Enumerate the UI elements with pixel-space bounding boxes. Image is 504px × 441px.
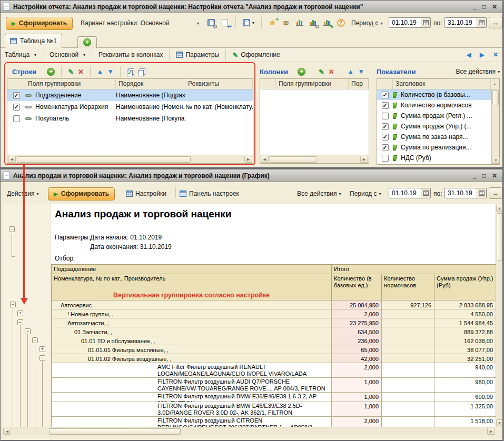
period-expand-button[interactable]: ↔	[489, 187, 502, 199]
minimize-button[interactable]: _	[473, 173, 477, 179]
report-detail-row[interactable]: FILTRON Фильтр воздушный BMW E36/E46/E39…	[52, 393, 496, 402]
minimize-button[interactable]: _	[473, 4, 477, 10]
scroll-thumb[interactable]	[497, 213, 502, 260]
menu-design[interactable]: ✎Оформление	[228, 51, 284, 59]
indicator-checkbox[interactable]: ✓	[382, 102, 389, 109]
report-generate-button[interactable]: ▶Сформировать	[48, 187, 115, 201]
qty-header-cell[interactable]: Количество (в базовых ед.)	[332, 274, 382, 300]
report-group-row[interactable]: Автозапчасти, , 23 275,950 1 544 984,45	[52, 318, 496, 327]
group-expander[interactable]: +	[39, 346, 45, 352]
scroll-left-icon[interactable]: ◀	[261, 156, 269, 163]
column-header-order[interactable]: Пор	[349, 79, 369, 89]
indicators-vscrollbar[interactable]: ▼	[491, 89, 499, 164]
scroll-right-icon[interactable]: ▶	[360, 156, 368, 163]
chart-design-icon[interactable]: ✎	[322, 18, 332, 28]
indicators-all-actions[interactable]: Все действия ▾	[456, 68, 500, 75]
indicator-row[interactable]: НДС (Руб)	[377, 153, 499, 163]
period-to-field[interactable]: 31.10.19	[444, 17, 487, 28]
menu-parameters[interactable]: Параметры	[172, 51, 223, 58]
indicator-row[interactable]: ✓ Количество (в базовы...	[377, 89, 499, 100]
calendar-button[interactable]	[477, 18, 486, 27]
period-to-field[interactable]: 31.10.19	[444, 188, 487, 198]
period-from-field[interactable]: 01.10.19	[389, 17, 431, 28]
scroll-thumb[interactable]	[49, 428, 181, 435]
close-button[interactable]: ✕	[492, 4, 497, 10]
sum-header-cell[interactable]: Сумма продаж (Упр.) (Руб)	[434, 274, 496, 300]
report-detail-row[interactable]: AMC Filter Фильтр воздушный RENAULT LOGA…	[52, 363, 496, 378]
tab-table-1[interactable]: Таблица №1	[5, 34, 62, 48]
maximize-button[interactable]: □	[482, 4, 486, 10]
dept-header-cell[interactable]: Подразделение	[52, 265, 332, 274]
indicator-checkbox[interactable]: ✓	[382, 92, 389, 98]
calendar-button[interactable]	[421, 18, 430, 27]
header-expander[interactable]: −	[9, 226, 15, 232]
indicator-row[interactable]: ✓ Сумма по заказ-наря...	[377, 132, 499, 142]
report-window-titlebar[interactable]: Анализ продаж и торговой наценки: Анализ…	[1, 169, 502, 182]
report-group-row[interactable]: ! Новые группы, , 2,000 4 550,00	[52, 309, 496, 318]
report-vscrollbar[interactable]: ▲ ▼	[496, 204, 502, 427]
indicator-row[interactable]: ✓ Количество нормочасов	[377, 100, 499, 111]
settings-window-titlebar[interactable]: Настройки отчета: Анализ продаж и торгов…	[1, 1, 502, 13]
report-detail-row[interactable]: FILTRON Фильтр воздушный CITROEN BERLING…	[52, 417, 496, 427]
checkbox-column-header[interactable]	[377, 79, 393, 89]
save-settings-icon[interactable]	[206, 18, 216, 28]
variant-dropdown[interactable]: Вариант настройки: Основной ▾	[81, 18, 199, 28]
menu-main[interactable]: Основной▾	[45, 51, 90, 58]
close-settings-button[interactable]: ✕	[489, 51, 502, 58]
report-hscrollbar[interactable]: ◀ ▶	[3, 427, 496, 435]
indicator-row[interactable]: ✓ Сумма продаж (Упр.) (...	[377, 121, 499, 132]
menu-attrs-in-columns[interactable]: Реквизиты в колонках	[94, 51, 167, 58]
calendar-button[interactable]	[421, 188, 430, 198]
scroll-right-icon[interactable]: ▶	[487, 428, 495, 435]
all-actions-menu[interactable]: Все действия ▾	[297, 188, 341, 199]
group-expander[interactable]: −	[25, 328, 31, 334]
report-detail-row[interactable]: FILTRON Фильтр воздушный BMW E46/E39/E38…	[52, 402, 496, 417]
checkbox-column-header[interactable]	[260, 79, 276, 89]
send-report-icon[interactable]: ✉	[281, 18, 291, 28]
help-button[interactable]: ?	[335, 18, 346, 28]
indicator-checkbox[interactable]	[382, 155, 389, 162]
indicator-checkbox[interactable]	[382, 113, 389, 119]
menu-table[interactable]: Таблица▾	[1, 51, 41, 58]
hours-header-cell[interactable]: Количество нормочасов	[382, 274, 434, 300]
add-tab-button[interactable]: +	[77, 36, 97, 48]
group-expander[interactable]: −	[17, 319, 23, 325]
add-column-button[interactable]: +	[298, 68, 305, 76]
total-header-cell[interactable]: Итого	[332, 265, 496, 274]
move-up-button[interactable]: ▲	[348, 68, 354, 75]
scroll-down-icon[interactable]: ▼	[496, 419, 502, 426]
group-expander[interactable]: −	[10, 302, 16, 307]
close-button[interactable]: ✕	[492, 173, 497, 179]
group-expander[interactable]: +	[17, 310, 23, 316]
indicator-checkbox[interactable]: ✓	[382, 134, 389, 141]
report-group-row[interactable]: 01.01.01 Фильтра масляные, , 65,000 38 0…	[52, 345, 496, 354]
name-header-cell[interactable]: Номенклатура, № по кат., Производитель В…	[52, 274, 332, 300]
chart-settings-icon[interactable]	[308, 18, 319, 28]
move-down-button[interactable]: ▼	[358, 68, 364, 75]
report-group-row[interactable]: 01.01.02 Фильтра воздушные, , 42,000 32 …	[52, 354, 496, 363]
scroll-thumb[interactable]	[270, 156, 317, 163]
save-variant-button[interactable]: ▾	[241, 18, 256, 28]
group-expander[interactable]: −	[39, 355, 45, 361]
column-header-fields[interactable]: Поля группировки	[276, 79, 349, 89]
period-dropdown[interactable]: Период с ▾	[350, 188, 381, 199]
scroll-thumb[interactable]	[492, 91, 499, 105]
column-header-title[interactable]: Заголовок	[393, 79, 491, 89]
generate-button[interactable]: ▶Сформировать	[6, 16, 73, 30]
scroll-up-icon[interactable]: ▲	[491, 79, 499, 89]
report-group-row[interactable]: 01 Запчасти, , 634,500 889 372,88	[52, 327, 496, 336]
group-expander[interactable]: −	[32, 337, 38, 343]
maximize-button[interactable]: □	[482, 173, 486, 179]
scroll-down-icon[interactable]: ▼	[492, 157, 500, 164]
chart-values-icon[interactable]	[294, 18, 305, 28]
indicator-row[interactable]: ✓ Сумма по реализация...	[377, 142, 499, 153]
calendar-button[interactable]	[477, 188, 486, 198]
columns-hscrollbar[interactable]: ◀ ▶	[260, 155, 369, 163]
delete-column-button[interactable]: ✕	[329, 68, 334, 76]
report-detail-row[interactable]: FILTRON Фильтр воздушный AUDI Q7/PORSCHE…	[52, 378, 496, 393]
nav-prev-button[interactable]: ◀	[462, 51, 475, 58]
add-favorite-icon[interactable]: ★+	[267, 18, 278, 28]
report-group-row[interactable]: Автосервис 25 084,950 927,126 2 833 688,…	[52, 300, 496, 309]
settings-button[interactable]: Настройки	[126, 188, 166, 199]
indicator-row[interactable]: Сумма продаж (Регл.) ...	[377, 111, 499, 121]
